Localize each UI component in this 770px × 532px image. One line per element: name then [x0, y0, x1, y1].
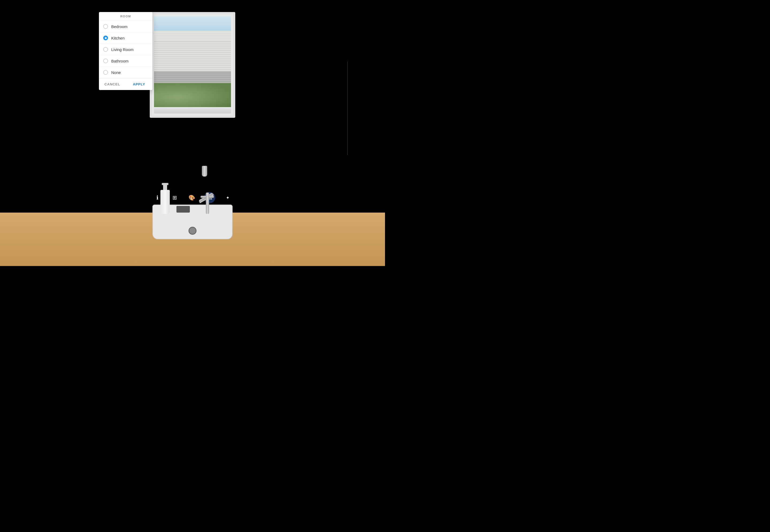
light-icon[interactable]: ✦ — [223, 193, 232, 202]
countertop — [0, 213, 385, 266]
window-blind-middle — [154, 42, 231, 71]
room-label-bedroom: Bedroom — [111, 24, 127, 29]
room-option-kitchen[interactable]: Kitchen — [99, 32, 152, 44]
room-option-bedroom[interactable]: Bedroom — [99, 21, 152, 32]
window-icon[interactable]: ⊞ — [170, 193, 179, 202]
faucet — [201, 166, 219, 214]
apply-button[interactable]: APPLY — [126, 80, 152, 89]
window-sill — [154, 108, 231, 114]
palette-icon[interactable]: 🎨 — [187, 193, 197, 202]
window — [150, 12, 235, 118]
sponge — [176, 206, 190, 213]
radio-bedroom[interactable] — [103, 24, 108, 29]
kitchen-scene: ℹ ⊞ 🎨 🛋 ✦ — [0, 0, 385, 266]
radio-living-room[interactable] — [103, 47, 108, 52]
room-option-none[interactable]: None — [99, 67, 152, 78]
room-option-living-room[interactable]: Living Room — [99, 44, 152, 55]
room-label-none: None — [111, 70, 121, 75]
dialog-header: ROOM — [99, 12, 152, 21]
room-dialog: ROOM Bedroom Kitchen Living Room Bathroo… — [99, 12, 152, 90]
room-label-kitchen: Kitchen — [111, 36, 124, 40]
soap-dispenser — [160, 185, 170, 214]
window-bottom-pane — [154, 83, 231, 107]
vertical-divider — [347, 61, 348, 155]
room-label-living-room: Living Room — [111, 47, 133, 52]
sink-drain — [188, 227, 197, 235]
faucet-head — [202, 166, 207, 177]
dialog-actions: CANCEL APPLY — [99, 78, 152, 90]
soap-bottle — [160, 190, 170, 214]
window-frame — [150, 12, 235, 118]
radio-none[interactable] — [103, 70, 108, 75]
faucet-body — [206, 193, 209, 214]
window-blind-top — [154, 32, 231, 42]
radio-kitchen[interactable] — [103, 36, 108, 40]
window-inner — [154, 16, 231, 107]
room-label-bathroom: Bathroom — [111, 59, 128, 63]
window-blind-dark — [154, 71, 231, 83]
cancel-button[interactable]: CANCEL — [99, 80, 126, 89]
room-option-bathroom[interactable]: Bathroom — [99, 55, 152, 67]
radio-bathroom[interactable] — [103, 58, 108, 63]
window-top-pane — [154, 16, 231, 32]
